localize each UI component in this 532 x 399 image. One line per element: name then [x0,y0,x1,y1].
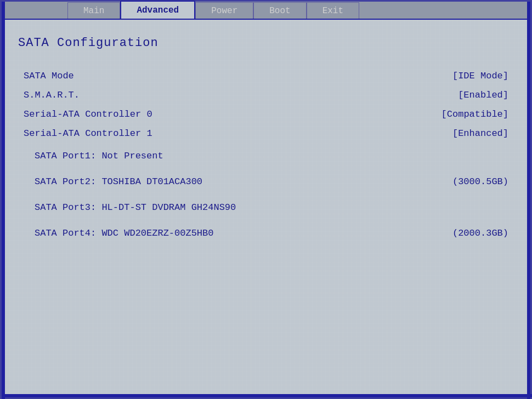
setting-value-smart: [Enabled] [458,90,508,100]
setting-row-sata-ctrl1[interactable]: Serial-ATA Controller 1 [Enhanced] [18,124,514,143]
port-row-4: SATA Port4: WDC WD20EZRZ-00Z5HB0 (2000.3… [18,220,514,246]
main-content: SATA Configuration SATA Mode [IDE Mode] … [2,20,530,257]
port-label-2: SATA Port2: TOSHIBA DT01ACA300 [35,176,202,187]
bios-screen: Main Advanced Power Boot Exit SATA Confi… [0,0,532,399]
setting-name-sata-mode: SATA Mode [24,71,74,81]
setting-value-sata-mode: [IDE Mode] [452,71,508,81]
setting-row-sata-ctrl0[interactable]: Serial-ATA Controller 0 [Compatible] [18,105,514,124]
port-size-4: (2000.3GB) [452,228,508,238]
port-size-2: (3000.5GB) [452,176,508,187]
setting-row-smart[interactable]: S.M.A.R.T. [Enabled] [18,86,514,105]
bottom-border [2,394,532,397]
tab-power[interactable]: Power [195,2,253,19]
port-label-1: SATA Port1: Not Present [35,151,163,161]
setting-value-sata-ctrl1: [Enhanced] [452,128,508,139]
setting-name-sata-ctrl1: Serial-ATA Controller 1 [24,128,152,139]
settings-grid: SATA Mode [IDE Mode] S.M.A.R.T. [Enabled… [18,66,514,246]
port-label-4: SATA Port4: WDC WD20EZRZ-00Z5HB0 [35,228,213,238]
tab-advanced[interactable]: Advanced [120,1,195,19]
setting-row-sata-mode[interactable]: SATA Mode [IDE Mode] [18,66,514,86]
port-label-3: SATA Port3: HL-DT-ST DVDRAM GH24NS90 [35,202,236,213]
tab-main[interactable]: Main [67,2,120,19]
tab-bar: Main Advanced Power Boot Exit [2,2,530,20]
tab-exit[interactable]: Exit [307,2,359,19]
setting-name-sata-ctrl0: Serial-ATA Controller 0 [24,109,152,119]
tab-boot[interactable]: Boot [253,2,306,19]
section-title: SATA Configuration [18,36,514,50]
setting-value-sata-ctrl0: [Compatible] [442,109,508,119]
port-row-2: SATA Port2: TOSHIBA DT01ACA300 (3000.5GB… [18,169,514,195]
port-row-3: SATA Port3: HL-DT-ST DVDRAM GH24NS90 [18,195,514,220]
setting-name-smart: S.M.A.R.T. [24,90,80,100]
port-row-1: SATA Port1: Not Present [18,143,514,169]
